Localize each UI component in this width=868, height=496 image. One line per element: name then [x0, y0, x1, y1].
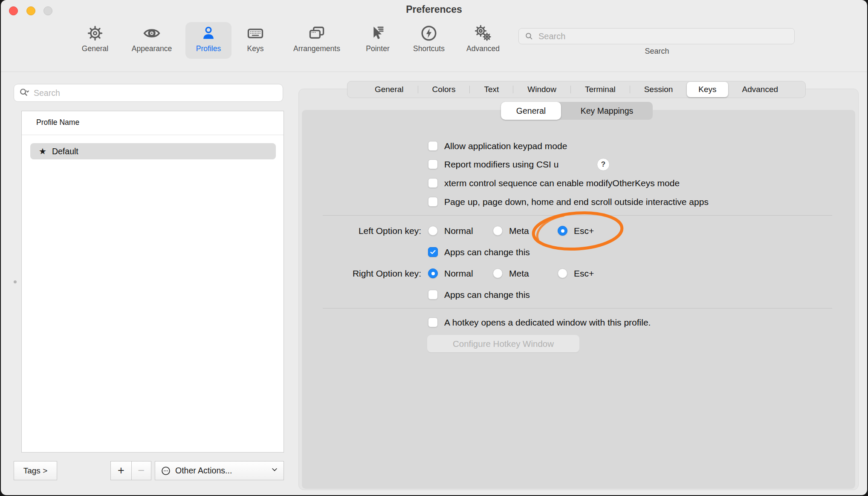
divider — [323, 308, 832, 309]
toolbar-search-field[interactable] — [518, 28, 795, 44]
profile-search-field[interactable] — [14, 84, 283, 102]
radio-label: Normal — [444, 225, 473, 237]
toolbar-item-shortcuts[interactable]: Shortcuts — [403, 23, 454, 53]
other-actions-dropdown[interactable]: Other Actions... — [155, 461, 284, 480]
tab-general[interactable]: General — [361, 81, 418, 98]
chevron-down-icon — [271, 466, 278, 476]
profile-tabbar: General Colors Text Window Terminal Sess… — [347, 81, 806, 98]
profile-search-input[interactable] — [33, 88, 278, 98]
checkbox-right-apps-can-change[interactable] — [428, 290, 438, 300]
toolbar-search-caption: Search — [614, 47, 700, 56]
tab-terminal[interactable]: Terminal — [571, 81, 630, 98]
toolbar-item-profiles[interactable]: Profiles — [183, 23, 234, 53]
toolbar-label: Shortcuts — [413, 44, 445, 53]
radio-label: Normal — [444, 267, 473, 280]
toolbar-search-input[interactable] — [538, 31, 789, 42]
profile-name: Default — [52, 147, 78, 156]
checkbox-modify-other-keys[interactable] — [428, 178, 438, 188]
checkbox-csi-u[interactable] — [428, 159, 438, 169]
radio-label: Esc+ — [574, 267, 594, 280]
toolbar-divider — [1, 72, 867, 72]
profile-list-panel: Profile Name ★ Default — [21, 111, 284, 453]
person-icon — [199, 23, 218, 43]
toolbar-label: Pointer — [366, 44, 389, 53]
bolt-circle-icon — [419, 23, 439, 43]
checkmark-icon — [429, 248, 437, 256]
radio-left-option-meta[interactable] — [493, 226, 503, 236]
tab-advanced[interactable]: Advanced — [728, 81, 793, 98]
cursor-icon — [368, 23, 388, 43]
help-button[interactable]: ? — [597, 158, 610, 171]
toolbar-item-pointer[interactable]: Pointer — [352, 23, 403, 53]
gear-icon — [85, 23, 105, 43]
subtab-general[interactable]: General — [501, 102, 561, 120]
window-title: Preferences — [1, 4, 867, 15]
checkbox-label: Apps can change this — [444, 288, 530, 301]
search-menu-icon — [18, 87, 30, 99]
radio-label: Meta — [509, 267, 529, 280]
toolbar-label: Arrangements — [293, 44, 340, 53]
keyboard-icon — [246, 23, 265, 43]
toolbar-item-keys[interactable]: Keys — [230, 23, 281, 53]
edge-dot — [14, 280, 17, 283]
plus-icon: + — [118, 464, 124, 477]
remove-profile-button[interactable]: − — [131, 461, 151, 480]
profile-row-default[interactable]: ★ Default — [30, 143, 276, 159]
radio-right-option-normal[interactable] — [428, 268, 438, 278]
tab-text[interactable]: Text — [470, 81, 513, 98]
tab-session[interactable]: Session — [630, 81, 687, 98]
preferences-window: Preferences General Appearance Profiles … — [1, 0, 867, 495]
eye-icon — [142, 23, 162, 43]
toolbar-label: Advanced — [466, 44, 500, 53]
checkbox-scroll-outside-apps[interactable] — [428, 197, 438, 207]
checkbox-hotkey-window[interactable] — [428, 317, 438, 327]
checkbox-label: Page up, page down, home and end scroll … — [444, 196, 709, 208]
divider — [22, 135, 284, 135]
toolbar-item-general[interactable]: General — [69, 23, 121, 53]
tags-button-label: Tags > — [23, 466, 48, 476]
toolbar-label: Keys — [247, 44, 264, 53]
checkbox-label: xterm control sequence can enable modify… — [444, 177, 680, 190]
minus-icon: − — [138, 464, 145, 477]
star-icon: ★ — [39, 146, 46, 156]
toolbar-item-appearance[interactable]: Appearance — [126, 23, 177, 53]
checkbox-label: A hotkey opens a dedicated window with t… — [444, 316, 651, 329]
keys-content-panel — [302, 110, 855, 489]
right-option-key-label: Right Option key: — [276, 267, 421, 280]
checkbox-left-apps-can-change[interactable] — [428, 247, 438, 257]
tab-keys[interactable]: Keys — [687, 82, 728, 97]
toolbar-item-arrangements[interactable]: Arrangements — [287, 23, 347, 53]
subtab-key-mappings[interactable]: Key Mappings — [561, 102, 653, 120]
left-option-key-label: Left Option key: — [276, 225, 421, 237]
ellipsis-circle-icon — [160, 465, 171, 476]
radio-label: Esc+ — [574, 225, 594, 237]
checkbox-label: Apps can change this — [444, 246, 530, 259]
other-actions-label: Other Actions... — [175, 466, 271, 476]
toolbar-label: Appearance — [132, 44, 172, 53]
tab-colors[interactable]: Colors — [418, 81, 470, 98]
gears-icon — [473, 23, 493, 43]
toolbar-label: General — [82, 44, 108, 53]
divider — [323, 215, 832, 216]
tags-button[interactable]: Tags > — [14, 461, 57, 480]
radio-left-option-esc[interactable] — [558, 226, 567, 236]
windows-icon — [307, 23, 327, 43]
radio-right-option-meta[interactable] — [493, 268, 503, 278]
search-icon — [524, 31, 534, 41]
checkbox-keypad-mode[interactable] — [428, 141, 438, 151]
tab-window[interactable]: Window — [513, 81, 570, 98]
toolbar-label: Profiles — [196, 44, 221, 53]
checkbox-label: Report modifiers using CSI u — [444, 158, 558, 171]
keys-subtabs: General Key Mappings — [501, 102, 653, 120]
radio-right-option-esc[interactable] — [558, 268, 567, 278]
add-profile-button[interactable]: + — [110, 461, 132, 480]
checkbox-label: Allow application keypad mode — [444, 140, 567, 153]
profile-list-header: Profile Name — [36, 118, 79, 127]
radio-label: Meta — [509, 225, 529, 237]
configure-hotkey-window-button: Configure Hotkey Window — [427, 335, 579, 352]
toolbar-item-advanced[interactable]: Advanced — [457, 23, 509, 53]
radio-left-option-normal[interactable] — [428, 226, 438, 236]
